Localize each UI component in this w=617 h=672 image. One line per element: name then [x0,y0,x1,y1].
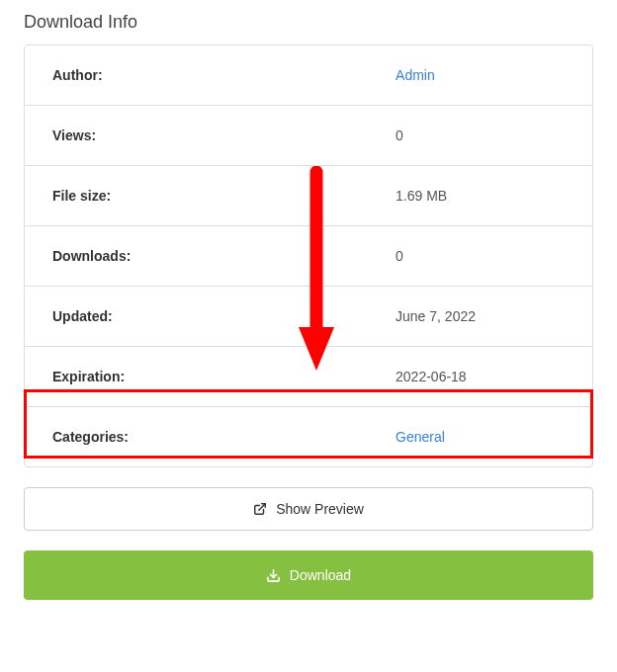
value-categories[interactable]: General [396,429,565,445]
label-categories: Categories: [52,429,396,445]
label-expiration: Expiration: [52,369,396,384]
download-info-card: Author: Admin Views: 0 File size: 1.69 M… [24,44,593,467]
download-button[interactable]: Download [24,550,593,600]
label-author: Author: [52,67,396,83]
show-preview-button[interactable]: Show Preview [24,487,593,531]
value-author[interactable]: Admin [396,67,565,83]
download-label: Download [290,567,351,583]
show-preview-label: Show Preview [276,501,364,517]
row-views: Views: 0 [25,106,592,166]
value-downloads: 0 [396,248,565,264]
panel-title: Download Info [24,12,593,33]
row-expiration: Expiration: 2022-06-18 [25,347,592,407]
external-link-icon [253,502,267,516]
row-categories: Categories: General [25,407,592,466]
value-views: 0 [396,127,565,143]
label-filesize: File size: [52,188,396,204]
label-downloads: Downloads: [52,248,396,264]
svg-line-0 [259,504,265,510]
row-updated: Updated: June 7, 2022 [25,287,592,347]
download-icon [266,568,281,583]
label-updated: Updated: [52,308,396,324]
value-filesize: 1.69 MB [396,188,565,204]
value-expiration: 2022-06-18 [396,369,565,384]
row-downloads: Downloads: 0 [25,226,592,287]
row-filesize: File size: 1.69 MB [25,166,592,226]
value-updated: June 7, 2022 [396,308,565,324]
row-author: Author: Admin [25,45,592,106]
label-views: Views: [52,127,396,143]
